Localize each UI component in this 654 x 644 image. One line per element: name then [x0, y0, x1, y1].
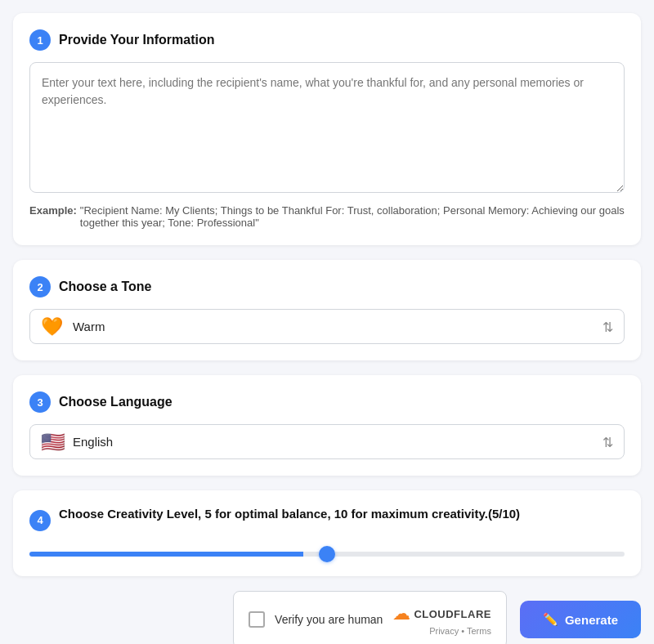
link-separator: •: [461, 626, 467, 636]
example-label: Example:: [29, 204, 77, 229]
step-2-badge: 2: [29, 276, 51, 297]
step-1-header: 1 Provide Your Information: [29, 29, 625, 51]
pencil-icon: ✏️: [543, 612, 558, 627]
step-3-card: 3 Choose Language 🇺🇸 English Spanish Fre…: [13, 375, 641, 476]
example-row: Example: "Recipient Name: My Clients; Th…: [29, 204, 625, 229]
privacy-link[interactable]: Privacy: [429, 626, 459, 636]
step-2-card: 2 Choose a Tone 🧡 Warm Professional Hear…: [13, 260, 641, 360]
step-1-card: 1 Provide Your Information Example: "Rec…: [13, 13, 641, 245]
captcha-brand: ☁ CLOUDFLARE Privacy • Terms: [392, 603, 491, 636]
language-select[interactable]: English Spanish French German Italian: [29, 424, 625, 459]
cloudflare-text: CLOUDFLARE: [414, 608, 491, 620]
language-select-wrapper: 🇺🇸 English Spanish French German Italian…: [29, 424, 625, 459]
cloudflare-logo: ☁ CLOUDFLARE: [392, 603, 491, 624]
terms-link[interactable]: Terms: [467, 626, 491, 636]
step-1-title: Provide Your Information: [59, 33, 215, 47]
example-value: "Recipient Name: My Clients; Things to b…: [80, 204, 625, 229]
step-1-badge: 1: [29, 29, 51, 51]
captcha-links: Privacy • Terms: [429, 626, 491, 636]
step-3-title: Choose Language: [59, 395, 172, 409]
tone-select-wrapper: 🧡 Warm Professional Heartfelt Playful Fo…: [29, 309, 625, 344]
generate-button[interactable]: ✏️ Generate: [520, 601, 641, 638]
captcha-widget[interactable]: Verify you are human ☁ CLOUDFLARE Privac…: [233, 591, 507, 644]
info-textarea[interactable]: [29, 62, 625, 193]
step-4-title: Choose Creativity Level, 5 for optimal b…: [59, 507, 520, 521]
creativity-slider[interactable]: [29, 552, 625, 557]
captcha-checkbox[interactable]: [249, 611, 265, 628]
step-3-badge: 3: [29, 391, 51, 413]
tone-select[interactable]: Warm Professional Heartfelt Playful Form…: [29, 309, 625, 344]
cloudflare-cloud-icon: ☁: [392, 603, 410, 624]
step-2-header: 2 Choose a Tone: [29, 276, 625, 297]
captcha-label: Verify you are human: [275, 613, 383, 626]
bottom-row: Verify you are human ☁ CLOUDFLARE Privac…: [13, 591, 641, 644]
generate-label: Generate: [565, 613, 618, 627]
step-4-card: 4 Choose Creativity Level, 5 for optimal…: [13, 490, 641, 576]
step-4-header: 4 Choose Creativity Level, 5 for optimal…: [29, 507, 625, 534]
step-4-badge: 4: [29, 510, 51, 531]
step-3-header: 3 Choose Language: [29, 391, 625, 413]
step-2-title: Choose a Tone: [59, 280, 152, 294]
